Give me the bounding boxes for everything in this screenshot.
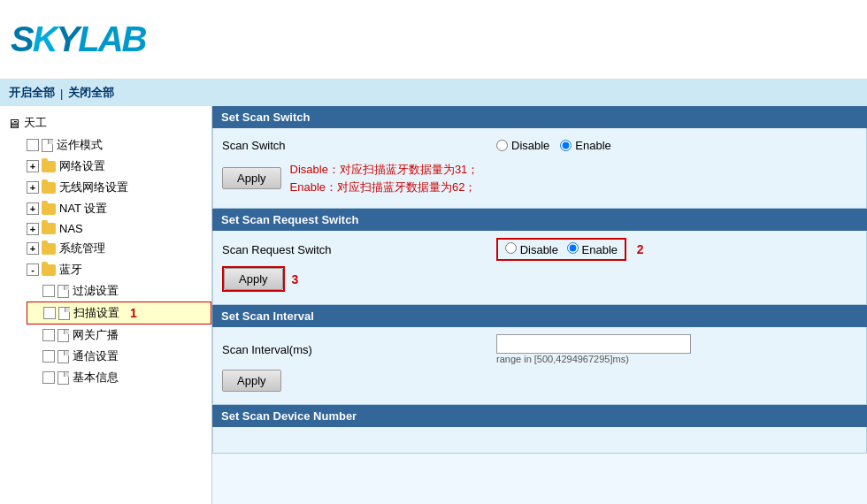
radio-disable-scan-req[interactable]: Disable [505, 242, 558, 256]
scan-interval-label: Scan Interval(ms) [222, 340, 496, 360]
sidebar-label-system: 系统管理 [59, 241, 105, 256]
scan-interval-input[interactable] [496, 334, 691, 354]
sidebar-item-scan[interactable]: 扫描设置 1 [27, 302, 211, 325]
scan-interval-range-hint: range in [500,4294967295]ms) [496, 354, 857, 364]
sidebar-label-comm: 通信设置 [73, 348, 119, 364]
expand-icon-nas: + [27, 223, 39, 235]
radio-label-disable-req: Disable [520, 243, 558, 256]
scan-request-label: Scan Request Switch [222, 240, 496, 260]
file-icon-filter [58, 285, 69, 298]
scan-request-apply-button[interactable]: Apply [224, 268, 283, 290]
topnav: 开启全部 | 关闭全部 [0, 80, 867, 106]
sidebar-item-operation-mode[interactable]: 运作模式 [9, 134, 211, 156]
sidebar-item-network[interactable]: + 网络设置 [9, 156, 211, 177]
scan-request-apply-highlight: Apply [222, 266, 285, 292]
folder-icon-nat [42, 203, 56, 215]
sidebar-item-wireless[interactable]: + 无线网络设置 [9, 177, 211, 198]
sidebar-label-network: 网络设置 [59, 158, 105, 174]
scan-request-row: Scan Request Switch Disable Enable [222, 238, 857, 261]
scan-switch-apply-row: Apply Disable：对应扫描蓝牙数据量为31； Enable：对应扫描蓝… [222, 161, 857, 195]
radio-input-enable-req[interactable] [567, 242, 579, 254]
sidebar-item-basic-info[interactable]: 基本信息 [27, 367, 211, 388]
section-scan-switch-header: Set Scan Switch [212, 106, 867, 128]
scan-interval-apply-button[interactable]: Apply [222, 370, 281, 392]
section-scan-device-body [212, 427, 867, 454]
radio-enable-scan-req[interactable]: Enable [567, 242, 618, 256]
expand-icon-basic [42, 371, 55, 384]
radio-label-enable-req: Enable [582, 243, 618, 256]
expand-icon [27, 139, 39, 151]
sidebar-label-gateway: 网关广播 [73, 327, 119, 343]
file-icon-comm [58, 350, 69, 363]
section-scan-request-body: Scan Request Switch Disable Enable [212, 231, 867, 305]
scan-interval-apply-row: Apply [222, 370, 857, 392]
section-scan-device: Set Scan Device Number [212, 405, 867, 454]
main-layout: 🖥 天工 运作模式 + 网络设置 + 无线网络设置 + [0, 106, 867, 504]
sidebar-item-comm[interactable]: 通信设置 [27, 346, 211, 367]
hint-line-1: Disable：对应扫描蓝牙数据量为31； [290, 163, 480, 176]
scan-switch-control: Disable Enable [496, 139, 857, 152]
sidebar-item-system[interactable]: + 系统管理 [9, 238, 211, 259]
folder-icon-bt [42, 264, 56, 276]
section-scan-interval-body: Scan Interval(ms) range in [500,42949672… [212, 327, 867, 405]
sidebar-root[interactable]: 🖥 天工 [0, 111, 211, 134]
sidebar-root-label: 天工 [24, 115, 47, 131]
sidebar-group: 运作模式 + 网络设置 + 无线网络设置 + NAT 设置 + NAS [0, 134, 211, 388]
badge-1: 1 [130, 306, 137, 320]
content-area: Set Scan Switch Scan Switch Disable Enab… [212, 106, 867, 504]
radio-disable-scan-switch[interactable]: Disable [496, 139, 549, 152]
section-scan-request: Set Scan Request Switch Scan Request Swi… [212, 209, 867, 305]
folder-icon-nas [42, 223, 56, 234]
open-all-link[interactable]: 开启全部 [9, 85, 55, 101]
radio-input-disable-req[interactable] [505, 242, 517, 254]
folder-icon-wireless [42, 182, 56, 194]
sidebar-item-nat[interactable]: + NAT 设置 [9, 198, 211, 219]
hint-line-2: Enable：对应扫描蓝牙数据量为62； [290, 180, 477, 194]
section-scan-switch-body: Scan Switch Disable Enable Apply [212, 128, 867, 209]
scan-switch-apply-button[interactable]: Apply [222, 167, 281, 189]
section-scan-interval-header: Set Scan Interval [212, 305, 867, 327]
nav-separator: | [60, 87, 63, 100]
section-scan-device-header: Set Scan Device Number [212, 405, 867, 427]
computer-icon: 🖥 [7, 116, 20, 131]
sidebar-item-nas[interactable]: + NAS [9, 219, 211, 238]
file-icon-gw [58, 329, 69, 342]
radio-label-disable-scan: Disable [511, 139, 549, 152]
radio-input-disable-scan[interactable] [496, 140, 508, 151]
radio-enable-scan-switch[interactable]: Enable [560, 139, 610, 152]
file-icon-scan [58, 307, 70, 320]
section-scan-interval: Set Scan Interval Scan Interval(ms) rang… [212, 305, 867, 405]
sidebar-label-filter: 过滤设置 [73, 283, 119, 299]
expand-icon-filter [42, 285, 55, 297]
sidebar-item-gateway[interactable]: 网关广播 [27, 325, 211, 346]
header: SKYLAB [0, 0, 867, 80]
badge-3: 3 [292, 272, 299, 286]
close-all-link[interactable]: 关闭全部 [68, 85, 114, 101]
expand-icon-gw [42, 329, 55, 341]
bluetooth-children: 过滤设置 扫描设置 1 网关广播 通信设置 [9, 280, 211, 388]
scan-interval-control: range in [500,4294967295]ms) [496, 334, 857, 364]
file-icon-operation [42, 139, 53, 152]
scan-switch-hint: Disable：对应扫描蓝牙数据量为31； Enable：对应扫描蓝牙数据量为6… [290, 161, 480, 195]
sidebar-label-scan: 扫描设置 [73, 305, 119, 321]
sidebar-item-filter[interactable]: 过滤设置 [27, 280, 211, 302]
expand-icon-nat: + [27, 202, 39, 215]
sidebar-item-bluetooth[interactable]: - 蓝牙 [9, 259, 211, 280]
sidebar-label-wireless: 无线网络设置 [59, 179, 128, 195]
scan-request-control: Disable Enable 2 [496, 238, 857, 261]
expand-icon-system: + [27, 242, 39, 255]
expand-icon-scan [43, 307, 56, 319]
folder-icon-system [42, 243, 56, 255]
folder-icon-network [42, 161, 56, 172]
sidebar-label-operation-mode: 运作模式 [57, 137, 103, 153]
radio-label-enable-scan: Enable [575, 139, 610, 152]
radio-input-enable-scan[interactable] [560, 140, 572, 151]
scan-switch-label: Scan Switch [222, 135, 496, 156]
file-icon-basic [58, 371, 69, 385]
logo: SKYLAB [11, 19, 145, 59]
section-scan-request-header: Set Scan Request Switch [212, 209, 867, 231]
expand-icon-network: + [27, 160, 39, 172]
sidebar: 🖥 天工 运作模式 + 网络设置 + 无线网络设置 + [0, 106, 212, 504]
sidebar-label-bt: 蓝牙 [59, 262, 82, 278]
expand-icon-comm [42, 350, 55, 363]
